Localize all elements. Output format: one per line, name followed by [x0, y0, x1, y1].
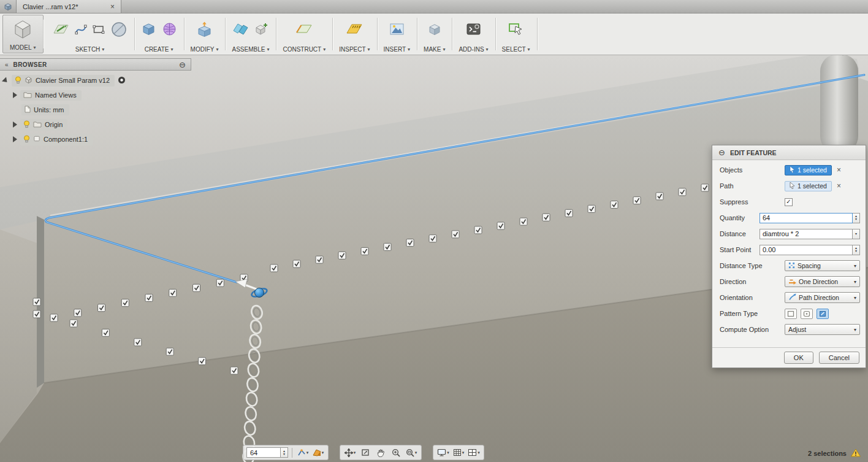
toolbar-group-assemble[interactable]: ASSEMBLE▾ — [225, 13, 276, 55]
expand-arrow-icon[interactable] — [13, 92, 17, 98]
pattern-instance-checkbox[interactable] — [701, 184, 709, 191]
path-clear-icon[interactable]: × — [837, 182, 841, 190]
lightbulb-icon[interactable] — [23, 135, 30, 144]
pattern-instance-checkbox[interactable] — [134, 339, 142, 346]
scripts-addins-icon[interactable] — [466, 22, 481, 39]
pattern-type-adjust-button[interactable] — [801, 309, 813, 319]
pattern-instance-checkbox[interactable] — [199, 358, 206, 365]
suppress-checkbox[interactable]: ✓ — [785, 198, 793, 206]
direction-dropdown[interactable]: One Direction ▾ — [785, 276, 860, 287]
toolbar-group-construct[interactable]: CONSTRUCT▾ — [276, 13, 332, 55]
activate-component-radio[interactable] — [118, 76, 126, 85]
pattern-instance-checkbox[interactable] — [169, 289, 177, 296]
expand-arrow-icon[interactable] — [13, 136, 17, 142]
pattern-instance-checkbox[interactable] — [193, 284, 200, 291]
create-box-icon[interactable] — [141, 21, 156, 39]
pattern-instance-checkbox[interactable] — [230, 367, 238, 374]
pattern-instance-checkbox[interactable] — [33, 310, 40, 318]
pattern-instance-checkbox[interactable] — [406, 239, 414, 247]
tab-close-icon[interactable]: × — [110, 3, 115, 10]
joint-icon[interactable] — [232, 21, 249, 39]
pattern-instance-checkbox[interactable] — [588, 205, 595, 212]
units-label[interactable]: Units: mm — [34, 106, 64, 114]
pattern-instance-checkbox[interactable] — [497, 222, 504, 229]
pattern-instance-checkbox[interactable] — [633, 197, 641, 204]
rectangle-tool-icon[interactable] — [93, 23, 105, 38]
distance-type-dropdown[interactable]: Spacing ▾ — [785, 260, 860, 271]
pattern-instance-checkbox[interactable] — [656, 193, 663, 200]
snap-option-button[interactable]: ▾ — [296, 447, 310, 459]
objects-clear-icon[interactable]: × — [837, 166, 841, 174]
path-selection-chip[interactable]: 1 selected — [785, 181, 832, 191]
browser-collapse-icon[interactable]: « — [5, 61, 9, 68]
orientation-dropdown[interactable]: Path Direction ▾ — [785, 292, 860, 303]
grid-snap-icon[interactable]: ▾ — [452, 447, 465, 459]
toolbar-group-make[interactable]: MAKE▾ — [417, 13, 452, 55]
browser-item-units[interactable]: Units: mm — [2, 104, 191, 116]
lightbulb-icon[interactable] — [15, 76, 21, 85]
pattern-instance-checkbox[interactable] — [316, 256, 323, 263]
pattern-instance-checkbox[interactable] — [270, 264, 278, 272]
browser-header[interactable]: « BROWSER ⊖ — [0, 58, 191, 71]
pattern-instance-checkbox[interactable] — [338, 252, 346, 259]
browser-item-named-views[interactable]: Named Views — [2, 89, 191, 101]
zoom-icon[interactable] — [389, 447, 403, 459]
canvas-quantity-input[interactable] — [246, 447, 281, 458]
pattern-instance-checkbox[interactable] — [611, 201, 618, 209]
browser-hide-all-icon[interactable]: ⊖ — [179, 60, 186, 69]
construction-plane-icon[interactable] — [295, 22, 313, 39]
flyout-option-button[interactable]: ▾ — [311, 447, 325, 459]
ok-button[interactable]: OK — [784, 352, 813, 364]
toolbar-group-sketch[interactable]: SKETCH▾ — [46, 13, 134, 55]
toolbar-group-inspect[interactable]: INSPECT▾ — [332, 13, 376, 55]
pattern-instance-checkbox[interactable] — [542, 214, 550, 221]
pattern-instance-checkbox[interactable] — [429, 235, 436, 242]
insert-image-icon[interactable] — [389, 22, 405, 39]
pattern-instance-checkbox[interactable] — [452, 231, 459, 238]
pattern-instance-checkbox[interactable] — [50, 314, 58, 321]
pattern-type-compute-button[interactable] — [817, 309, 829, 319]
pattern-instance-checkbox[interactable] — [474, 226, 482, 234]
pattern-instance-checkbox[interactable] — [33, 298, 40, 306]
dialog-titlebar[interactable]: ⊖ EDIT FEATURE — [712, 145, 866, 160]
distance-dropdown-icon[interactable]: ▾ — [853, 229, 860, 239]
pan-icon[interactable]: ▾ — [343, 447, 357, 459]
component1-label[interactable]: Component1:1 — [44, 136, 88, 143]
pattern-instance-checkbox[interactable] — [145, 295, 153, 302]
make-3dprint-icon[interactable] — [427, 22, 442, 39]
viewports-icon[interactable]: ▾ — [467, 447, 481, 459]
lightbulb-icon[interactable] — [23, 120, 30, 129]
toolbar-group-select[interactable]: SELECT▾ — [495, 13, 537, 55]
spline-tool-icon[interactable] — [75, 23, 87, 38]
pattern-instance-checkbox[interactable] — [74, 309, 82, 317]
named-views-label[interactable]: Named Views — [35, 91, 77, 99]
fit-view-icon[interactable] — [359, 447, 372, 459]
canvas-quantity-stepper[interactable]: ▴▾ — [281, 447, 288, 458]
pan-hand-icon[interactable] — [374, 447, 387, 459]
create-form-icon[interactable] — [162, 21, 177, 39]
pattern-instance-checkbox[interactable] — [166, 348, 173, 355]
pattern-instance-checkbox[interactable] — [361, 247, 368, 255]
toolbar-group-insert[interactable]: INSERT▾ — [377, 13, 417, 55]
expand-arrow-icon[interactable] — [13, 121, 17, 128]
workspace-switcher-model[interactable]: MODEL▾ — [2, 15, 44, 53]
objects-selection-chip[interactable]: 1 selected — [785, 165, 832, 175]
distance-input[interactable] — [760, 229, 853, 239]
dialog-collapse-icon[interactable]: ⊖ — [718, 148, 725, 157]
browser-root-row[interactable]: Clavier Small Param v12 — [2, 74, 191, 87]
warning-icon[interactable] — [851, 449, 861, 458]
pattern-instance-checkbox[interactable] — [70, 320, 77, 327]
pattern-instance-checkbox[interactable] — [384, 244, 391, 251]
pattern-instance-checkbox[interactable] — [98, 304, 105, 312]
quantity-stepper[interactable]: ▴▾ — [853, 213, 860, 223]
toolbar-group-addins[interactable]: ADD-INS▾ — [452, 13, 495, 55]
origin-label[interactable]: Origin — [45, 121, 63, 128]
pattern-instance-checkbox[interactable] — [565, 209, 573, 217]
pattern-instance-checkbox[interactable] — [679, 188, 686, 196]
select-tool-icon[interactable] — [508, 21, 524, 39]
cancel-button[interactable]: Cancel — [819, 352, 859, 364]
circle-tool-icon[interactable] — [110, 21, 128, 40]
pattern-instance-checkbox[interactable] — [293, 260, 300, 268]
start-point-stepper[interactable]: ▴▾ — [853, 245, 860, 255]
browser-item-component1[interactable]: Component1:1 — [2, 133, 191, 145]
